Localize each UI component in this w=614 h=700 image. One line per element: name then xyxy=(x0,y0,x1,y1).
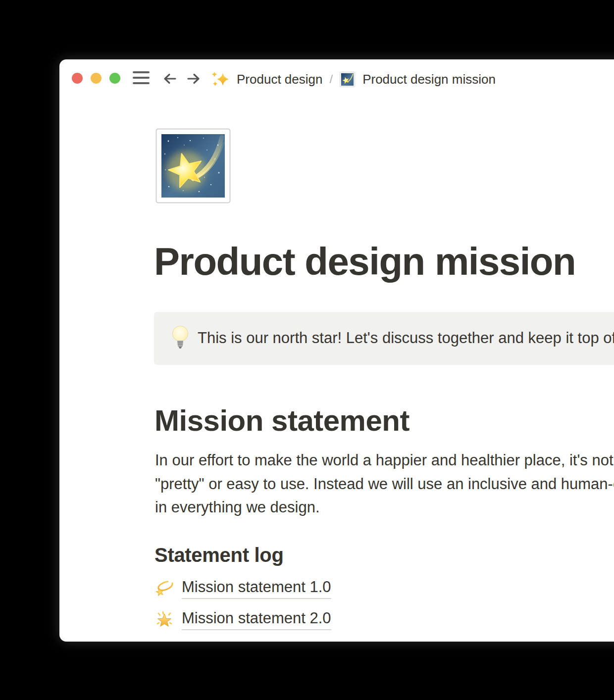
breadcrumb-item-product-design-mission[interactable]: Product design mission xyxy=(340,72,496,87)
page-link-mission-statement-2[interactable]: Mission statement 2.0 xyxy=(155,608,331,631)
statement-log-links: Mission statement 1.0 Mission statement … xyxy=(155,577,331,640)
page-link-label: Mission statement 1.0 xyxy=(182,578,331,599)
app-window: Product design / xyxy=(59,59,614,642)
breadcrumb: Product design / xyxy=(210,59,496,99)
paragraph-line: "pretty" or easy to use. Instead we will… xyxy=(155,472,614,496)
page-link-mission-statement-1[interactable]: Mission statement 1.0 xyxy=(155,577,331,600)
callout-block: This is our north star! Let's discuss to… xyxy=(154,312,614,365)
back-arrow-icon xyxy=(161,70,178,87)
page-title: Product design mission xyxy=(154,239,575,285)
sidebar-menu-button[interactable] xyxy=(133,71,150,85)
breadcrumb-label: Product design xyxy=(237,72,322,87)
shooting-star-icon xyxy=(340,72,355,87)
traffic-light-close[interactable] xyxy=(72,73,83,84)
mission-paragraph: In our effort to make the world a happie… xyxy=(155,449,614,519)
traffic-light-minimize[interactable] xyxy=(91,73,102,84)
breadcrumb-separator: / xyxy=(329,72,333,86)
back-button[interactable] xyxy=(161,70,178,87)
heading-statement-log: Statement log xyxy=(154,543,284,567)
light-bulb-icon xyxy=(170,322,190,355)
heading-mission-statement: Mission statement xyxy=(154,403,409,439)
callout-text: This is our north star! Let's discuss to… xyxy=(198,327,614,350)
dizzy-icon xyxy=(155,579,174,598)
titlebar: Product design / xyxy=(59,59,614,99)
paragraph-line: in everything we design. xyxy=(155,496,614,519)
paragraph-line: In our effort to make the world a happie… xyxy=(155,449,614,472)
breadcrumb-item-product-design[interactable]: Product design xyxy=(210,69,322,89)
forward-button[interactable] xyxy=(185,70,202,87)
breadcrumb-label: Product design mission xyxy=(362,72,496,87)
hamburger-icon xyxy=(133,71,150,73)
glowing-star-icon xyxy=(155,610,174,629)
page-link-label: Mission statement 2.0 xyxy=(182,609,331,630)
page-icon-shooting-star-emoji[interactable] xyxy=(155,128,231,203)
forward-arrow-icon xyxy=(185,70,202,87)
traffic-light-zoom[interactable] xyxy=(109,73,120,84)
sparkles-icon xyxy=(210,69,229,89)
